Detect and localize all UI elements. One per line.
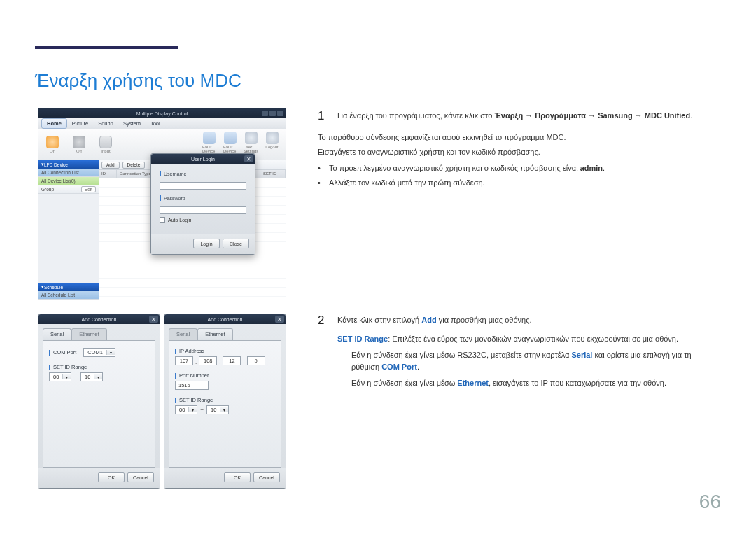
menu-home[interactable]: Home — [41, 118, 67, 129]
tab-serial[interactable]: Serial — [43, 328, 71, 340]
ac-title-text: Add Connection — [82, 317, 117, 322]
auto-login-label: Auto Login — [168, 218, 191, 223]
side-lfd[interactable]: ▾ LFD Device — [38, 160, 99, 169]
range-sep: ~ — [200, 407, 204, 413]
ok-button[interactable]: OK — [224, 472, 251, 482]
ip-seg-0[interactable]: 107 — [175, 356, 193, 365]
side-edit-btn[interactable]: Edit — [81, 186, 96, 192]
side-group[interactable]: Group Edit — [38, 185, 99, 194]
comport-value: COM1 — [84, 349, 106, 356]
ip-input[interactable]: 107. 108. 12. 5 — [175, 356, 275, 365]
tab-ethernet[interactable]: Ethernet — [71, 328, 106, 340]
login-dialog: User Login ✕ Username Password Auto Logi… — [150, 153, 255, 255]
login-title-text: User Login — [191, 157, 215, 162]
mdc-sidebar: ▾ LFD Device All Connection List All Dev… — [38, 160, 99, 300]
close-icon[interactable]: ✕ — [275, 316, 284, 323]
comport-select[interactable]: COM1▾ — [83, 348, 115, 357]
chevron-down-icon: ▾ — [62, 374, 71, 379]
arrow1: → — [523, 111, 535, 120]
path-samsung: Samsung — [598, 111, 633, 120]
step2-sublist: ‒ Εάν η σύνδεση έχει γίνει μέσω RS232C, … — [337, 349, 718, 389]
side-conn-list[interactable]: All Connection List — [38, 169, 99, 177]
menu-system[interactable]: System — [118, 119, 146, 128]
tb-on[interactable]: On — [43, 136, 62, 153]
cancel-button[interactable]: Cancel — [253, 472, 280, 482]
menu-sound[interactable]: Sound — [93, 119, 118, 128]
mdc-titlebar[interactable]: Multiple Display Control — [38, 108, 286, 118]
mdc-statusbar — [38, 300, 286, 300]
tb-input-label: Input — [101, 149, 110, 153]
window-controls[interactable] — [262, 111, 284, 116]
dash1-serial: Serial — [571, 351, 592, 359]
cancel-button[interactable]: Cancel — [127, 472, 154, 482]
close-icon[interactable]: ✕ — [244, 155, 253, 162]
tb-input[interactable]: Input — [96, 136, 115, 153]
figure-add-connection-serial: Add Connection ✕ Serial Ethernet COM Por… — [38, 314, 160, 489]
side-all-schedule[interactable]: All Schedule List — [38, 291, 99, 300]
chevron-down-icon: ▾ — [188, 407, 197, 412]
path-app: MDC Unified — [645, 111, 690, 120]
ip-seg-2[interactable]: 12 — [223, 356, 241, 365]
tb-logout-label: Logout — [265, 145, 278, 149]
auto-login-checkbox[interactable] — [160, 217, 165, 223]
range-from[interactable]: 00▾ — [49, 372, 71, 381]
figure-mdc-main: Multiple Display Control Home Picture So… — [38, 108, 286, 300]
username-input[interactable] — [160, 182, 246, 190]
menu-picture[interactable]: Picture — [67, 119, 93, 128]
dash-icon: ‒ — [337, 377, 346, 389]
step2-post: για προσθήκη μιας οθόνης. — [437, 316, 532, 324]
tab-serial[interactable]: Serial — [169, 328, 197, 340]
login-button[interactable]: Login — [193, 239, 220, 248]
add-button[interactable]: Add — [102, 162, 120, 169]
tab-ethernet[interactable]: Ethernet — [197, 328, 232, 340]
password-input[interactable] — [160, 206, 246, 214]
delete-button[interactable]: Delete — [122, 162, 146, 169]
ip-seg-1[interactable]: 108 — [199, 356, 217, 365]
login-close-button[interactable]: Close — [223, 239, 249, 248]
mdc-title: Multiple Display Control — [136, 111, 188, 116]
login-title[interactable]: User Login ✕ — [151, 154, 255, 164]
ac-serial-title[interactable]: Add Connection ✕ — [38, 314, 160, 324]
step-2-body: Κάντε κλικ στην επιλογή Add για προσθήκη… — [337, 314, 718, 389]
range-from[interactable]: 00▾ — [175, 405, 197, 414]
ip-seg-3[interactable]: 5 — [247, 356, 265, 365]
bullet1-bold: admin — [580, 164, 603, 172]
menu-tool[interactable]: Tool — [146, 119, 165, 128]
side-sched-label: Schedule — [44, 285, 63, 290]
setid-label: SET ID Range — [337, 335, 388, 343]
tb-off[interactable]: Off — [69, 136, 89, 153]
header-accent — [35, 46, 178, 49]
close-icon[interactable]: ✕ — [149, 316, 158, 323]
range-to-val: 10 — [207, 407, 220, 413]
side-group-label: Group — [41, 187, 54, 192]
step-1-block: 1 Για έναρξη του προγράμματος, κάντε κλι… — [318, 110, 718, 189]
tb-fault-label: Fault Device — [202, 145, 216, 153]
port-input[interactable]: 1515 — [175, 381, 209, 390]
dash1-comport: COM Port — [382, 363, 417, 371]
side-all-device[interactable]: All Device List(0) — [38, 177, 99, 185]
ok-button[interactable]: OK — [98, 472, 125, 482]
side-fill — [38, 194, 99, 283]
range-to[interactable]: 10▾ — [80, 372, 103, 381]
range-to[interactable]: 10▾ — [206, 405, 229, 414]
path-start: Έναρξη — [494, 111, 523, 120]
password-label: Password — [164, 196, 186, 201]
dash-icon: ‒ — [337, 349, 346, 373]
step1-para1: Το παράθυρο σύνδεσης εμφανίζεται αφού εκ… — [318, 132, 718, 143]
port-label: Port Number — [179, 372, 209, 379]
tb-logout[interactable]: Logout — [262, 132, 281, 157]
tb-off-label: Off — [76, 149, 82, 153]
side-schedule[interactable]: ▾ Schedule — [38, 283, 99, 291]
auto-login-row[interactable]: Auto Login — [160, 217, 246, 223]
username-label: Username — [164, 171, 186, 176]
setid-range-label: SET ID Range — [179, 397, 213, 403]
mdc-menubar: Home Picture Sound System Tool — [38, 118, 286, 129]
figure-add-connection-ethernet: Add Connection ✕ Serial Ethernet IP Addr… — [164, 314, 286, 489]
step-1-body: Για έναρξη του προγράμματος, κάντε κλικ … — [337, 110, 718, 123]
ac-serial-window: Add Connection ✕ Serial Ethernet COM Por… — [38, 314, 160, 489]
ac-eth-panel: IP Address 107. 108. 12. 5 Port Number 1… — [169, 340, 281, 468]
step2-add: Add — [421, 316, 436, 324]
ac-eth-title[interactable]: Add Connection ✕ — [164, 314, 286, 324]
comport-label: COM Port — [53, 349, 76, 356]
col-setid: SET ID — [260, 170, 286, 178]
